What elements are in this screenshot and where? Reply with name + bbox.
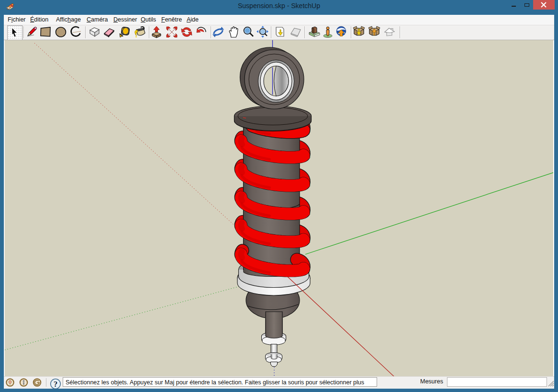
svg-text:?: ?: [54, 380, 57, 389]
